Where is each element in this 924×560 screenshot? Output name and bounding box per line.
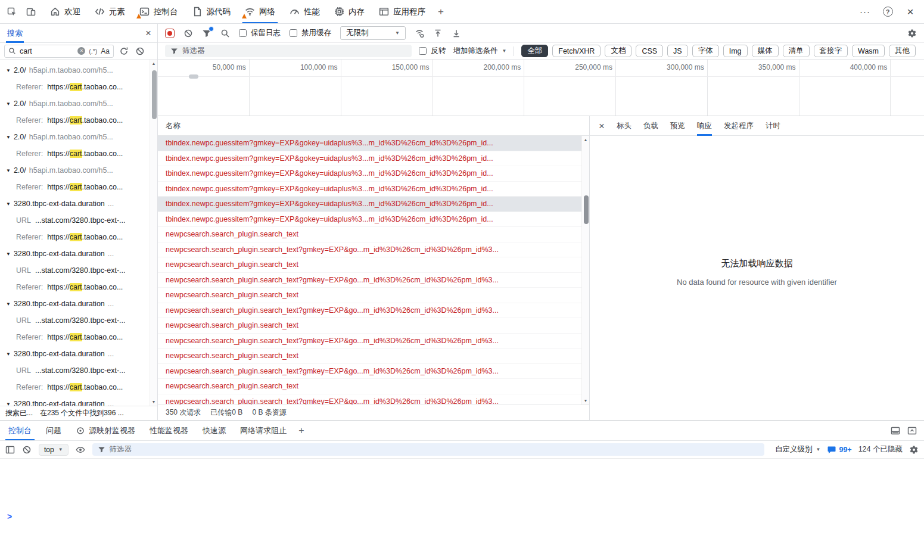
expand-drawer-icon[interactable] (907, 426, 917, 435)
disclosure-triangle-icon[interactable]: ▼ (6, 301, 11, 307)
request-row[interactable]: newpcsearch.search_plugin.search_text (158, 379, 581, 394)
dock-panel-icon[interactable] (891, 426, 900, 435)
scroll-up-arrow-icon[interactable]: ▲ (150, 61, 157, 66)
request-row[interactable]: newpcsearch.search_plugin.search_text (158, 349, 581, 364)
drawer-tab-4[interactable]: 快速源 (195, 421, 233, 440)
search-results-scrollbar[interactable]: ▲ ▼ (150, 60, 157, 406)
timeline-range-handle[interactable] (189, 74, 198, 79)
search-match-row[interactable]: URL...stat.com/3280.tbpc-ext-... (0, 262, 150, 279)
request-row[interactable]: newpcsearch.search_plugin.search_text?gm… (158, 303, 581, 319)
request-row[interactable]: newpcsearch.search_plugin.search_text?gm… (158, 334, 581, 349)
search-match-row[interactable]: Referer:https://cart.taobao.co... (0, 379, 150, 396)
search-file-row[interactable]: ▼3280.tbpc-ext-data.duration ... (0, 245, 150, 262)
log-levels-dropdown[interactable]: 自定义级别 ▼ (775, 444, 820, 455)
scroll-down-arrow-icon[interactable]: ▼ (150, 400, 157, 404)
scrollbar-thumb[interactable] (152, 70, 157, 119)
request-row[interactable]: newpcsearch.search_plugin.search_text (158, 288, 581, 303)
request-row[interactable]: tbindex.newpc.guessitem?gmkey=EXP&gokey=… (158, 212, 581, 228)
search-network-icon[interactable] (220, 29, 230, 38)
search-match-row[interactable]: URL...stat.com/3280.tbpc-ext-... (0, 312, 150, 329)
detail-tab-4[interactable]: 发起程序 (724, 116, 754, 136)
filter-chip-5[interactable]: 字体 (692, 45, 719, 57)
filter-toggle-button[interactable] (202, 29, 211, 38)
drawer-tab-1[interactable]: 问题 (39, 421, 69, 440)
execution-context-dropdown[interactable]: top ▼ (39, 444, 69, 456)
request-row[interactable]: tbindex.newpc.guessitem?gmkey=EXP&gokey=… (158, 136, 581, 151)
add-drawer-tab-button[interactable]: + (294, 423, 309, 438)
detail-tab-1[interactable]: 负载 (643, 116, 658, 136)
timeline-overview[interactable]: 50,000 ms100,000 ms150,000 ms200,000 ms2… (158, 60, 924, 116)
tab-memory[interactable]: 内存 (327, 0, 372, 23)
close-devtools-button[interactable]: × (901, 3, 919, 21)
detail-tab-0[interactable]: 标头 (617, 116, 631, 136)
search-file-row[interactable]: ▼3280.tbpc-ext-data.duration ... (0, 195, 150, 212)
disclosure-triangle-icon[interactable]: ▼ (6, 201, 11, 207)
search-match-row[interactable]: Referer:https://cart.taobao.co... (0, 229, 150, 245)
match-case-toggle-button[interactable]: Aa (101, 47, 110, 55)
filter-chip-11[interactable]: 其他 (889, 45, 916, 57)
search-file-row[interactable]: ▼2.0/h5api.m.taobao.com/h5... (0, 162, 150, 179)
clear-query-icon[interactable]: × (77, 47, 85, 55)
tab-sources[interactable]: 源代码 (185, 0, 238, 23)
search-match-row[interactable]: Referer:https://cart.taobao.co... (0, 145, 150, 162)
search-file-row[interactable]: ▼3280.tbpc-ext-data.duration ... (0, 346, 150, 362)
search-panel-tab[interactable]: 搜索 (6, 24, 24, 43)
search-match-row[interactable]: URL...stat.com/3280.tbpc-ext-... (0, 212, 150, 229)
search-match-row[interactable]: Referer:https://cart.taobao.co... (0, 112, 150, 129)
disclosure-triangle-icon[interactable]: ▼ (6, 168, 11, 173)
filter-chip-1[interactable]: Fetch/XHR (552, 45, 601, 57)
tab-console[interactable]: 控制台 (132, 0, 185, 23)
request-table-header[interactable]: 名称 (158, 116, 589, 136)
tab-application[interactable]: 应用程序 (372, 0, 433, 23)
console-settings-gear-icon[interactable] (909, 445, 919, 455)
preserve-log-checkbox[interactable]: 保留日志 (239, 28, 281, 38)
console-prompt-chevron[interactable]: > (7, 512, 12, 521)
search-input[interactable]: cart × (.*) Aa (4, 45, 114, 58)
request-row[interactable]: newpcsearch.search_plugin.search_text?gm… (158, 364, 581, 379)
request-row[interactable]: tbindex.newpc.guessitem?gmkey=EXP&gokey=… (158, 197, 581, 212)
messages-badge[interactable]: 99+ (827, 445, 851, 455)
search-match-row[interactable]: Referer:https://cart.taobao.co... (0, 179, 150, 195)
disclosure-triangle-icon[interactable]: ▼ (6, 251, 11, 257)
device-toolbar-icon[interactable] (22, 3, 40, 21)
console-filter-input[interactable]: 筛选器 (92, 443, 764, 456)
request-row[interactable]: tbindex.newpc.guessitem?gmkey=EXP&gokey=… (158, 166, 581, 182)
scroll-up-arrow-icon[interactable]: ▲ (582, 138, 589, 142)
clear-search-results-button[interactable] (134, 45, 146, 57)
record-network-log-button[interactable] (165, 29, 175, 38)
import-har-icon[interactable] (433, 29, 443, 38)
disclosure-triangle-icon[interactable]: ▼ (6, 135, 11, 140)
clear-network-log-icon[interactable] (183, 29, 193, 38)
search-match-row[interactable]: Referer:https://cart.taobao.co... (0, 279, 150, 295)
request-list-scrollbar[interactable]: ▲ ▼ (581, 136, 589, 405)
close-detail-panel-button[interactable]: × (599, 121, 605, 131)
refresh-search-button[interactable] (118, 45, 130, 57)
tab-elements[interactable]: 元素 (88, 0, 132, 23)
request-row[interactable]: newpcsearch.search_plugin.search_text?gm… (158, 242, 581, 258)
search-match-row[interactable]: URL...stat.com/3280.tbpc-ext-... (0, 362, 150, 379)
request-row[interactable]: tbindex.newpc.guessitem?gmkey=EXP&gokey=… (158, 151, 581, 167)
tab-performance[interactable]: 性能 (282, 0, 327, 23)
request-row[interactable]: newpcsearch.search_plugin.search_text?gm… (158, 394, 581, 405)
disable-cache-checkbox[interactable]: 禁用缓存 (290, 28, 331, 38)
search-file-row[interactable]: ▼3280.tbpc-ext-data.duration ... (0, 295, 150, 312)
clear-console-icon[interactable] (22, 445, 32, 455)
filter-chip-7[interactable]: 媒体 (752, 45, 779, 57)
drawer-tab-5[interactable]: 网络请求阻止 (233, 421, 294, 440)
add-tool-tab-button[interactable]: + (433, 4, 449, 20)
console-messages-area[interactable]: > (0, 459, 924, 560)
request-row[interactable]: newpcsearch.search_plugin.search_text (158, 318, 581, 334)
detail-tab-5[interactable]: 计时 (766, 116, 780, 136)
inspect-element-icon[interactable] (3, 3, 21, 21)
close-search-panel-button[interactable]: × (145, 28, 151, 38)
filter-chip-6[interactable]: Img (723, 45, 748, 57)
more-options-button[interactable]: ··· (856, 3, 874, 21)
detail-tab-2[interactable]: 预览 (670, 116, 685, 136)
disclosure-triangle-icon[interactable]: ▼ (6, 68, 11, 73)
filter-chip-9[interactable]: 套接字 (814, 45, 848, 57)
request-row[interactable]: tbindex.newpc.guessitem?gmkey=EXP&gokey=… (158, 182, 581, 197)
filter-chip-10[interactable]: Wasm (852, 45, 885, 57)
detail-tab-3[interactable]: 响应 (697, 116, 712, 136)
name-column-header[interactable]: 名称 (166, 121, 181, 131)
eye-icon[interactable] (76, 445, 85, 455)
